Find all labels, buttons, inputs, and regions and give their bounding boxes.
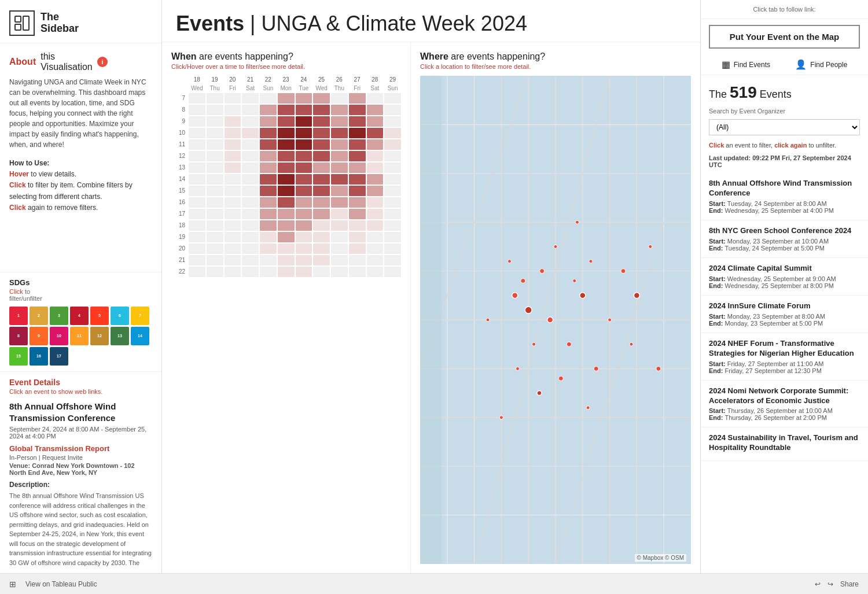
cal-cell[interactable]	[278, 151, 295, 161]
cal-cell[interactable]	[384, 186, 401, 196]
cal-cell[interactable]	[367, 186, 384, 196]
cal-cell[interactable]	[278, 128, 295, 138]
cal-cell[interactable]	[384, 220, 401, 231]
cal-cell[interactable]	[278, 139, 295, 150]
cal-cell[interactable]	[207, 116, 223, 127]
sdg-icon-5[interactable]: 5	[90, 307, 109, 325]
sdg-icon-3[interactable]: 3	[50, 307, 68, 325]
sdg-icon-13[interactable]: 13	[111, 327, 129, 345]
event-list-item[interactable]: 2024 Nomi Network Corporate Summit: Acce…	[701, 381, 868, 428]
cal-cell[interactable]	[207, 128, 223, 138]
cal-cell[interactable]	[278, 209, 295, 219]
cal-cell[interactable]	[225, 174, 241, 185]
cal-cell[interactable]	[331, 163, 348, 173]
cal-cell[interactable]	[367, 267, 384, 277]
event-list-item[interactable]: 2024 Climate Capital SummitStart: Wednes…	[701, 258, 868, 296]
cal-cell[interactable]	[349, 139, 366, 150]
cal-cell[interactable]	[225, 255, 241, 265]
event-list-item[interactable]: 8th Annual Offshore Wind Transmission Co…	[701, 173, 868, 220]
cal-cell[interactable]	[384, 139, 401, 150]
cal-cell[interactable]	[331, 105, 348, 115]
cal-cell[interactable]	[296, 232, 312, 242]
cal-cell[interactable]	[384, 93, 401, 104]
cal-cell[interactable]	[278, 255, 295, 265]
sdg-icon-6[interactable]: 6	[111, 307, 129, 325]
cal-cell[interactable]	[296, 105, 312, 115]
cal-cell[interactable]	[242, 128, 259, 138]
cal-cell[interactable]	[225, 220, 241, 231]
cal-cell[interactable]	[242, 232, 259, 242]
cal-cell[interactable]	[260, 174, 277, 185]
cal-cell[interactable]	[225, 243, 241, 254]
cal-cell[interactable]	[242, 139, 259, 150]
cal-cell[interactable]	[242, 105, 259, 115]
sdg-icon-12[interactable]: 12	[90, 327, 109, 345]
sdg-icon-14[interactable]: 14	[131, 327, 149, 345]
sdg-icon-17[interactable]: 17	[50, 347, 68, 366]
cal-cell[interactable]	[313, 243, 330, 254]
cal-cell[interactable]	[367, 255, 384, 265]
cal-cell[interactable]	[367, 232, 384, 242]
cal-cell[interactable]	[189, 243, 205, 254]
cal-cell[interactable]	[331, 174, 348, 185]
cal-cell[interactable]	[242, 151, 259, 161]
cal-cell[interactable]	[313, 209, 330, 219]
cal-cell[interactable]	[242, 255, 259, 265]
cal-cell[interactable]	[225, 186, 241, 196]
cal-cell[interactable]	[260, 139, 277, 150]
cal-cell[interactable]	[349, 163, 366, 173]
cal-cell[interactable]	[349, 197, 366, 208]
cal-cell[interactable]	[225, 105, 241, 115]
event-list-item[interactable]: 2024 InnSure Climate ForumStart: Monday,…	[701, 296, 868, 333]
cal-cell[interactable]	[225, 93, 241, 104]
cal-cell[interactable]	[189, 128, 205, 138]
cal-cell[interactable]	[225, 163, 241, 173]
event-list-item[interactable]: 2024 NHEF Forum - Transformative Strateg…	[701, 333, 868, 381]
cal-cell[interactable]	[349, 267, 366, 277]
cal-cell[interactable]	[367, 93, 384, 104]
cal-cell[interactable]	[242, 163, 259, 173]
cal-cell[interactable]	[260, 116, 277, 127]
cal-cell[interactable]	[384, 267, 401, 277]
sdg-icon-9[interactable]: 9	[30, 327, 48, 345]
cal-cell[interactable]	[260, 151, 277, 161]
cal-cell[interactable]	[331, 186, 348, 196]
cal-cell[interactable]	[384, 116, 401, 127]
cal-cell[interactable]	[278, 186, 295, 196]
cal-cell[interactable]	[189, 209, 205, 219]
cal-cell[interactable]	[313, 105, 330, 115]
share-button[interactable]: Share	[840, 580, 859, 588]
cal-cell[interactable]	[349, 151, 366, 161]
cal-cell[interactable]	[260, 197, 277, 208]
sdg-icon-15[interactable]: 15	[9, 347, 28, 366]
cal-cell[interactable]	[313, 255, 330, 265]
cal-cell[interactable]	[207, 220, 223, 231]
cal-cell[interactable]	[331, 93, 348, 104]
cal-cell[interactable]	[260, 232, 277, 242]
cal-cell[interactable]	[331, 232, 348, 242]
cal-cell[interactable]	[242, 116, 259, 127]
info-icon[interactable]: i	[97, 57, 108, 67]
cal-cell[interactable]	[367, 151, 384, 161]
cal-cell[interactable]	[313, 139, 330, 150]
cal-cell[interactable]	[189, 116, 205, 127]
cal-cell[interactable]	[313, 197, 330, 208]
cal-cell[interactable]	[313, 220, 330, 231]
cal-cell[interactable]	[207, 232, 223, 242]
cal-cell[interactable]	[189, 267, 205, 277]
put-event-button[interactable]: Put Your Event on the Map	[709, 25, 860, 49]
cal-cell[interactable]	[260, 220, 277, 231]
cal-cell[interactable]	[242, 197, 259, 208]
cal-cell[interactable]	[367, 209, 384, 219]
cal-cell[interactable]	[242, 220, 259, 231]
cal-cell[interactable]	[260, 93, 277, 104]
cal-cell[interactable]	[296, 243, 312, 254]
cal-cell[interactable]	[384, 174, 401, 185]
cal-cell[interactable]	[313, 116, 330, 127]
cal-cell[interactable]	[367, 139, 384, 150]
cal-cell[interactable]	[331, 151, 348, 161]
cal-cell[interactable]	[367, 128, 384, 138]
cal-cell[interactable]	[242, 209, 259, 219]
cal-cell[interactable]	[384, 255, 401, 265]
cal-cell[interactable]	[278, 174, 295, 185]
